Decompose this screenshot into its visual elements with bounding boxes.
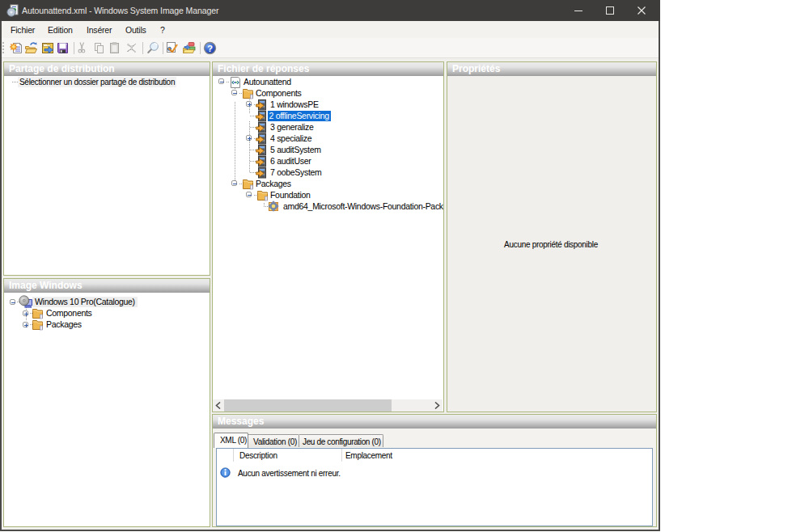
svg-text:?: ? (207, 44, 213, 53)
